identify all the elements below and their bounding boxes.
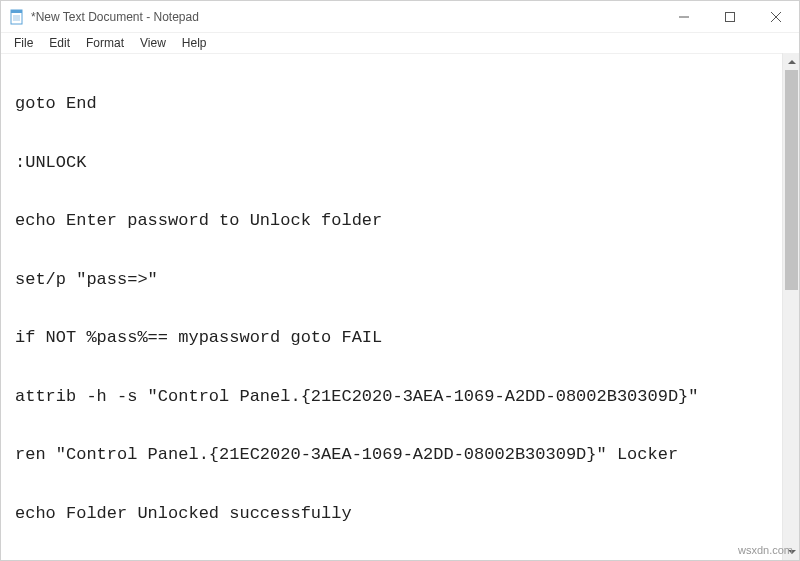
- menu-help[interactable]: Help: [175, 35, 214, 51]
- window-title: *New Text Document - Notepad: [31, 10, 199, 24]
- minimize-button[interactable]: [661, 1, 707, 33]
- titlebar[interactable]: *New Text Document - Notepad: [1, 1, 799, 33]
- menu-format[interactable]: Format: [79, 35, 131, 51]
- menubar: File Edit Format View Help: [1, 33, 799, 53]
- notepad-icon: [9, 9, 25, 25]
- watermark: wsxdn.com: [738, 544, 793, 556]
- svg-rect-1: [11, 10, 22, 13]
- editor-area: goto End :UNLOCK echo Enter password to …: [1, 53, 799, 560]
- menu-edit[interactable]: Edit: [42, 35, 77, 51]
- maximize-button[interactable]: [707, 1, 753, 33]
- svg-marker-9: [788, 60, 796, 64]
- menu-view[interactable]: View: [133, 35, 173, 51]
- title-left: *New Text Document - Notepad: [9, 9, 199, 25]
- window-controls: [661, 1, 799, 33]
- scroll-up-icon[interactable]: [783, 53, 800, 70]
- menu-file[interactable]: File: [7, 35, 40, 51]
- svg-rect-6: [726, 12, 735, 21]
- close-button[interactable]: [753, 1, 799, 33]
- text-editor[interactable]: goto End :UNLOCK echo Enter password to …: [1, 53, 782, 560]
- vertical-scrollbar[interactable]: [782, 53, 799, 560]
- scroll-thumb[interactable]: [785, 70, 798, 290]
